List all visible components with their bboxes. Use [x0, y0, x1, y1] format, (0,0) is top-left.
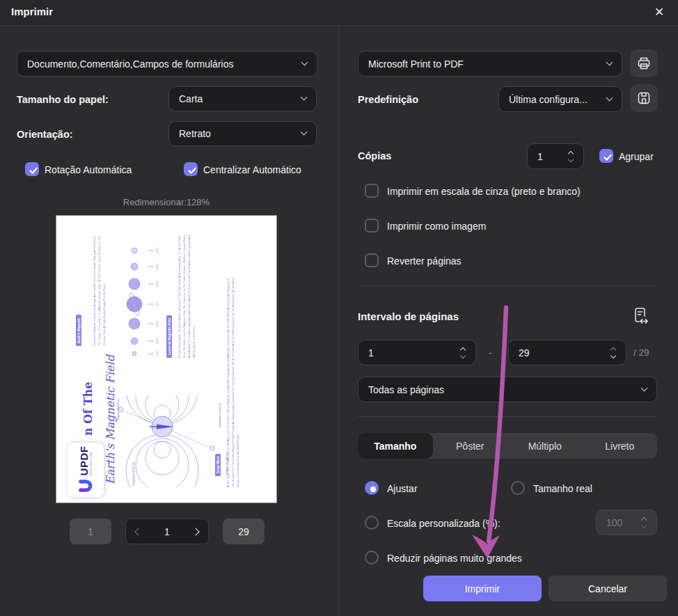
- range-to-stepper[interactable]: [610, 347, 617, 359]
- grayscale-checkbox[interactable]: [365, 184, 379, 198]
- check-icon: [28, 165, 39, 176]
- collate-checkbox[interactable]: [599, 149, 613, 163]
- range-to-input[interactable]: 29: [508, 340, 626, 365]
- save-preset-button[interactable]: [630, 84, 658, 112]
- custom-scale-input[interactable]: 100: [596, 510, 657, 535]
- magnetic-field-diagram: Magnetic North Pole Geographic North Pol…: [115, 395, 230, 487]
- range-from-input[interactable]: 1: [358, 340, 476, 365]
- print-button[interactable]: Imprimir: [423, 576, 542, 601]
- custom-scale-value: 100: [606, 517, 622, 528]
- tab-multiplo[interactable]: Múltiplo: [507, 433, 583, 459]
- page-navigator: 1: [125, 519, 209, 544]
- chevron-down-icon: [606, 58, 613, 65]
- title-bar: Imprimir ✕: [0, 0, 678, 26]
- custom-scale-radio[interactable]: [365, 516, 379, 530]
- chevron-down-icon: [301, 94, 308, 101]
- next-page-icon[interactable]: [191, 528, 199, 535]
- first-page-button[interactable]: 1: [70, 519, 111, 544]
- auto-center-checkbox[interactable]: [184, 162, 198, 176]
- tab-tamanho[interactable]: Tamanho: [358, 433, 433, 459]
- updf-site: WWW.UPDF.COM: [90, 446, 93, 476]
- printer-value: Microsoft Print to PDF: [368, 58, 464, 70]
- page-range-button[interactable]: [631, 306, 650, 326]
- printer-dropdown[interactable]: Microsoft Print to PDF: [358, 51, 622, 77]
- range-mode-dropdown[interactable]: Todas as páginas: [358, 377, 657, 402]
- stepper-down-icon: [610, 352, 616, 358]
- stepper-up-icon: [610, 347, 616, 352]
- tab-livreto[interactable]: Livreto: [583, 433, 658, 459]
- orientation-value: Retrato: [179, 128, 211, 139]
- chevron-down-icon: [606, 94, 613, 101]
- paper-size-value: Carta: [179, 93, 203, 104]
- fit-radio[interactable]: [365, 481, 379, 495]
- close-icon[interactable]: ✕: [650, 3, 668, 22]
- real-size-radio[interactable]: [511, 481, 525, 495]
- updf-brand: UPDF: [79, 446, 89, 476]
- print-as-image-label[interactable]: Imprimir como imagem: [387, 221, 486, 232]
- custom-scale-stepper[interactable]: [641, 516, 648, 529]
- doc-section-badge: Earth's Magnetic: [76, 315, 81, 346]
- check-icon: [187, 165, 198, 176]
- copies-input[interactable]: 1: [527, 143, 584, 169]
- custom-scale-label[interactable]: Escala personalizada (%):: [387, 518, 500, 529]
- preset-dropdown[interactable]: Última configura...: [498, 86, 622, 112]
- copies-label: Cópias: [358, 150, 391, 161]
- auto-center-label[interactable]: Centralizar Automático: [203, 164, 301, 175]
- resize-percent-label: Redimensionar:128%: [56, 197, 276, 207]
- printer-icon: [636, 56, 652, 71]
- copies-stepper[interactable]: [568, 150, 575, 163]
- doc-section-text: At The Same Time, The Atmosphere Will Al…: [226, 278, 241, 487]
- collate-label[interactable]: Agrupar: [619, 151, 654, 162]
- doc-section-badge: Solar Wind: [215, 454, 221, 476]
- diagram-label-magnetic-north: Magnetic North Pole: [117, 399, 120, 420]
- cancel-button[interactable]: Cancelar: [549, 576, 667, 601]
- reverse-pages-checkbox[interactable]: [365, 253, 379, 267]
- preview-page: n Of The Earth's Magnetic Field: [56, 216, 276, 503]
- print-content-value: Documento,Comentário,Campos de formulári…: [27, 58, 233, 70]
- chevron-down-icon: [301, 129, 308, 136]
- range-from-stepper[interactable]: [460, 347, 467, 359]
- check-icon: [602, 152, 613, 163]
- auto-rotate-label[interactable]: Rotação Automática: [45, 164, 132, 175]
- planets-scale-diagram: [118, 238, 162, 363]
- paper-size-dropdown[interactable]: Carta: [168, 86, 317, 111]
- auto-rotate-checkbox[interactable]: [25, 162, 39, 176]
- fit-label[interactable]: Ajustar: [387, 483, 418, 494]
- prev-page-icon[interactable]: [134, 528, 142, 535]
- updf-watermark: UPDF WWW.UPDF.COM: [68, 443, 104, 497]
- updf-logo-icon: [79, 479, 93, 493]
- doc-section-badge: Loses Its Magnetic Field: [166, 315, 172, 358]
- grayscale-label[interactable]: Imprimir em escala de cinza (preto e bra…: [387, 186, 581, 197]
- stepper-up-icon: [568, 150, 574, 156]
- page-total-label: / 29: [633, 347, 649, 358]
- stepper-up-icon: [641, 516, 647, 522]
- print-content-dropdown[interactable]: Documento,Comentário,Campos de formulári…: [17, 51, 317, 77]
- last-page-button[interactable]: 29: [223, 519, 265, 544]
- chevron-down-icon: [301, 58, 308, 65]
- dialog-title: Imprimir: [11, 6, 53, 17]
- range-from-value: 1: [368, 347, 374, 358]
- range-separator: -: [489, 347, 492, 358]
- stepper-up-icon: [460, 347, 466, 352]
- doc-section-text: The Earth's Magnetic Field Is Like A Hug…: [93, 236, 107, 346]
- shrink-oversized-label[interactable]: Reduzir páginas muito grandes: [387, 553, 522, 564]
- printer-properties-button[interactable]: [630, 49, 658, 77]
- doc-title-cut: n Of The: [81, 382, 95, 436]
- shrink-oversized-radio[interactable]: [365, 551, 379, 564]
- orientation-label: Orientação:: [17, 129, 73, 140]
- section-divider: [358, 285, 657, 286]
- stepper-down-icon: [460, 352, 466, 358]
- orientation-dropdown[interactable]: Retrato: [168, 121, 317, 146]
- tab-poster[interactable]: Pôster: [433, 433, 508, 459]
- paper-size-label: Tamanho do papel:: [17, 94, 109, 105]
- print-dialog: Imprimir ✕ Documento,Comentário,Campos d…: [0, 0, 678, 616]
- print-as-image-checkbox[interactable]: [365, 219, 379, 232]
- copies-value: 1: [537, 151, 543, 162]
- real-size-label[interactable]: Tamanho real: [533, 483, 592, 494]
- section-divider: [358, 416, 657, 417]
- page-range-title: Intervalo de páginas: [358, 310, 459, 322]
- save-icon: [636, 90, 652, 106]
- reverse-pages-label[interactable]: Reverter páginas: [387, 255, 462, 267]
- stepper-down-icon: [568, 156, 574, 161]
- diagram-label-geo-north: Geographic North Pole: [132, 461, 135, 486]
